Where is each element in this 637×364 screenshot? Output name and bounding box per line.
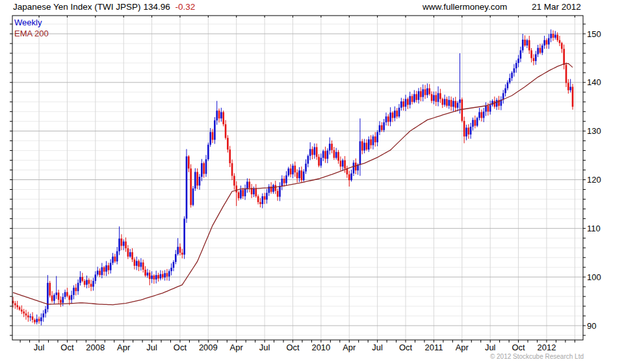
candle bbox=[114, 254, 116, 263]
candle bbox=[411, 94, 413, 105]
candle bbox=[105, 261, 107, 276]
candle bbox=[29, 314, 31, 322]
candle bbox=[290, 164, 292, 177]
x-axis-label: Apr bbox=[117, 343, 131, 352]
candle bbox=[188, 155, 190, 172]
candle bbox=[181, 249, 183, 259]
candle bbox=[463, 117, 465, 144]
candle bbox=[439, 89, 441, 103]
candle bbox=[407, 98, 409, 109]
candle bbox=[489, 101, 491, 115]
candle bbox=[305, 159, 307, 174]
candle bbox=[435, 92, 437, 107]
candle bbox=[530, 48, 532, 62]
candle bbox=[170, 263, 172, 275]
candle bbox=[186, 149, 188, 223]
candle bbox=[559, 36, 561, 46]
candle bbox=[281, 176, 283, 190]
y-axis-label: 110 bbox=[587, 224, 601, 233]
candle bbox=[75, 284, 77, 296]
candle bbox=[422, 84, 424, 101]
candle bbox=[389, 107, 391, 126]
legend-weekly-label: Weekly bbox=[14, 18, 42, 27]
candle bbox=[498, 96, 500, 110]
candle bbox=[99, 268, 101, 277]
gridlines-vertical bbox=[39, 16, 575, 340]
candle bbox=[409, 92, 411, 109]
candle bbox=[452, 98, 454, 111]
candle bbox=[131, 248, 133, 262]
chart-window: Japanese Yen Index (TWI JPSP) 134.96 -0.… bbox=[0, 0, 637, 364]
candle bbox=[398, 104, 400, 118]
candle bbox=[192, 186, 194, 206]
candlestick-chart: 90100110120130140150JulOct2008AprJulOct2… bbox=[0, 0, 637, 364]
candle bbox=[21, 306, 23, 314]
candle bbox=[129, 249, 131, 258]
candle bbox=[257, 194, 259, 204]
candle bbox=[563, 45, 565, 70]
candle bbox=[457, 101, 459, 111]
candle bbox=[231, 159, 233, 180]
x-axis-label: Jul bbox=[146, 343, 157, 352]
candle bbox=[548, 34, 550, 49]
candle bbox=[268, 184, 270, 196]
candle bbox=[179, 243, 181, 255]
candle bbox=[229, 146, 231, 168]
candle bbox=[142, 259, 144, 272]
candle bbox=[329, 137, 331, 154]
candle bbox=[147, 269, 149, 278]
candle bbox=[90, 280, 92, 291]
candle bbox=[294, 162, 296, 177]
candle bbox=[335, 148, 337, 160]
candle bbox=[40, 313, 42, 325]
candle bbox=[572, 84, 574, 110]
x-axis-label: Jul bbox=[485, 343, 496, 352]
candle bbox=[379, 121, 381, 135]
candle bbox=[450, 97, 452, 111]
candle bbox=[543, 36, 545, 49]
candle bbox=[127, 245, 129, 259]
candle bbox=[500, 96, 502, 110]
candle bbox=[51, 291, 53, 303]
x-axis-label: Oct bbox=[286, 343, 300, 352]
candle bbox=[14, 301, 16, 309]
candle bbox=[316, 144, 318, 160]
candle bbox=[424, 85, 426, 99]
candle bbox=[567, 79, 569, 94]
x-axis-label: 2012 bbox=[537, 343, 556, 352]
candle bbox=[79, 271, 81, 285]
candle bbox=[420, 87, 422, 101]
candle bbox=[465, 125, 467, 140]
candle bbox=[517, 55, 519, 68]
candle bbox=[476, 116, 478, 127]
candle bbox=[333, 147, 335, 160]
candle bbox=[261, 193, 263, 208]
x-axis-label: Oct bbox=[174, 343, 187, 352]
candle bbox=[524, 35, 526, 47]
candle bbox=[201, 159, 203, 181]
candle bbox=[207, 142, 209, 161]
candle bbox=[400, 98, 402, 110]
candle bbox=[292, 164, 294, 178]
candle bbox=[157, 273, 159, 282]
candle bbox=[190, 164, 192, 208]
candle bbox=[73, 285, 75, 300]
candle bbox=[327, 148, 329, 163]
candle bbox=[116, 247, 118, 265]
candle bbox=[16, 301, 18, 310]
candle bbox=[359, 118, 361, 176]
candle bbox=[175, 250, 177, 265]
candle bbox=[214, 117, 216, 144]
candle bbox=[49, 281, 51, 298]
candle bbox=[426, 83, 428, 98]
y-axis-labels: 90100110120130140150 bbox=[587, 29, 601, 331]
candle bbox=[205, 155, 207, 177]
candle bbox=[38, 317, 40, 324]
candle bbox=[235, 181, 237, 206]
candle bbox=[62, 293, 64, 306]
candle bbox=[97, 266, 99, 276]
candle bbox=[123, 239, 125, 250]
candle bbox=[64, 290, 66, 300]
candle bbox=[218, 109, 220, 123]
candle bbox=[136, 257, 138, 270]
